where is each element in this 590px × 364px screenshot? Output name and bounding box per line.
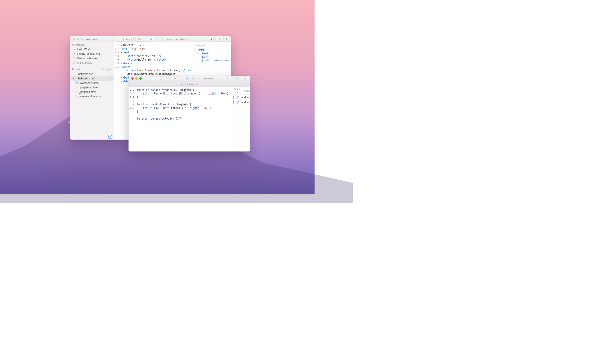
svg-point-31 — [161, 78, 161, 79]
zen-label[interactable]: zen — [190, 77, 197, 80]
sidebar-footer: ✶ — [70, 134, 114, 140]
wrench-toggle[interactable] — [243, 76, 248, 81]
file-row-selected[interactable]: ⸾ hello-zen.html ⇪ — [70, 76, 114, 81]
file-type-icon: ⸾ — [184, 83, 185, 85]
globe-button[interactable] — [148, 37, 154, 41]
jump-button[interactable]: ✶ — [108, 135, 112, 139]
target-button[interactable]: ▾ — [123, 37, 132, 41]
traffic-lights[interactable] — [131, 77, 142, 80]
file-icon: ⸾ — [76, 86, 77, 89]
line-gutter: 1 2 3 4 5 6 7 8 9 10 11 — [114, 42, 120, 140]
list-toggle[interactable] — [217, 37, 223, 41]
goto-arrow[interactable]: →| — [155, 38, 161, 41]
globe-icon[interactable] — [186, 77, 189, 80]
target-button[interactable]: ▾ — [158, 76, 166, 81]
minimize-dot-dim[interactable] — [77, 38, 79, 40]
wrench-icon — [244, 77, 247, 80]
file-name: _pagehead.html — [79, 86, 98, 89]
front-titlebar[interactable]: ▾ ▾ zen re-indent — [128, 76, 250, 81]
desktop: Welcome ▾ ▾ — [0, 0, 315, 194]
svg-point-18 — [150, 38, 152, 40]
symbol-row[interactable]: randomInteger — [232, 95, 250, 100]
svg-point-41 — [186, 78, 188, 79]
upload-icon: ⇪ — [109, 77, 111, 80]
close-dot-dim[interactable] — [73, 38, 75, 40]
symbol-row[interactable]: randomFloat — [232, 100, 250, 104]
navigator-title: Navigator — [195, 44, 205, 46]
filter-icon[interactable] — [72, 135, 75, 138]
folder-icon — [75, 82, 79, 84]
nav-tag-head[interactable]: head — [201, 52, 209, 55]
quick-filter-row[interactable]: Quick Filter random ✕ — [232, 87, 250, 95]
traffic-lights-dim[interactable] — [73, 38, 83, 40]
files-below-label: 5 files below — [77, 61, 92, 65]
svg-rect-25 — [74, 63, 75, 63]
filter-icon[interactable] — [226, 44, 229, 47]
history-icon[interactable] — [101, 68, 105, 71]
file-list: ⸾ delirious.css ⸾ hello-zen.html ⇪ wow.e… — [70, 72, 114, 134]
nav-tag-html[interactable]: html — [197, 48, 205, 51]
svg-line-39 — [174, 79, 174, 79]
editor-window-front[interactable]: ▾ ▾ zen re-indent — [128, 76, 250, 151]
workspace-header[interactable]: Workspace› — [70, 42, 114, 47]
file-row[interactable]: ⸾ _pagehead.html — [70, 85, 114, 90]
rocket-icon — [73, 52, 76, 55]
list-icon — [219, 38, 222, 41]
quick-filter-label: Quick Filter — [234, 88, 241, 93]
file-name: hello-zen.html — [78, 77, 95, 80]
workspace-item-label: Ready for Take-Off — [77, 52, 100, 55]
zoom-dot[interactable] — [139, 77, 142, 80]
file-icon: ⸾ — [76, 95, 77, 98]
scan-icon[interactable] — [106, 68, 110, 71]
close-dot[interactable] — [131, 77, 134, 80]
code-area[interactable]: function randomInteger(low, higher) { re… — [136, 87, 232, 151]
project-header-label: Project — [72, 68, 80, 71]
file-row[interactable]: ⸾ _pagetail.html — [70, 90, 114, 94]
hash-button[interactable] — [209, 37, 214, 41]
gear-button[interactable]: ▾ — [135, 37, 144, 41]
workspace-item[interactable]: Ready for Take-Off — [70, 52, 114, 56]
hash-button[interactable] — [225, 76, 230, 81]
filter-text: random — [247, 89, 250, 92]
reindent-menu[interactable]: re-indent — [174, 38, 188, 41]
target-icon — [160, 77, 163, 80]
list-toggle[interactable] — [235, 76, 241, 81]
play-icon — [73, 57, 76, 60]
wrench-toggle[interactable] — [224, 37, 229, 41]
tab-bar[interactable]: ● ⸾ delirious.js — [128, 81, 250, 87]
folder-row[interactable]: wow.esdynamo — [70, 81, 114, 85]
workspace-header-label: Workspace — [72, 44, 85, 46]
wand-button[interactable] — [116, 37, 122, 41]
file-icon: ⸾ — [75, 78, 77, 80]
workspace-item[interactable]: Delirious Airlines — [70, 56, 114, 61]
file-row[interactable]: ⸾ wow-override.scss — [70, 94, 114, 99]
tab-close-icon[interactable]: ● — [181, 83, 182, 85]
svg-point-32 — [174, 78, 175, 79]
function-icon — [236, 96, 239, 99]
minimize-dot[interactable] — [135, 77, 138, 80]
svg-line-16 — [138, 40, 138, 40]
nav-tag-div: div — [204, 59, 211, 62]
fold-pill[interactable]: … — [177, 117, 180, 120]
wand-icon — [118, 38, 121, 41]
svg-rect-28 — [107, 68, 109, 70]
file-icon: ⸾ — [75, 73, 77, 75]
zoom-dot-dim[interactable] — [81, 38, 83, 40]
sidebar: Workspace› Hello World Ready for Take-Of… — [70, 42, 114, 140]
project-header[interactable]: Project› ▾ — [70, 66, 114, 72]
reindent-menu[interactable]: re-indent — [202, 77, 216, 80]
files-below[interactable]: 5 files below — [70, 61, 114, 65]
svg-point-8 — [126, 39, 127, 40]
quick-filter-value[interactable]: random — [243, 89, 250, 92]
navigator-tree[interactable]: html head body div .made.with.zen — [193, 48, 231, 63]
wand-button[interactable] — [151, 76, 157, 81]
new-menu[interactable]: new — [164, 38, 173, 41]
gear-button[interactable]: ▾ — [172, 76, 180, 81]
workspace-item[interactable]: Hello World — [70, 47, 114, 52]
file-row[interactable]: ⸾ delirious.css — [70, 72, 114, 76]
nav-leaf[interactable]: div .made.with.zen — [194, 59, 230, 62]
stack-icon — [73, 61, 76, 65]
nav-tag-body[interactable]: body — [201, 55, 209, 58]
back-titlebar[interactable]: Welcome ▾ ▾ — [70, 36, 231, 42]
tab-title: delirious.js — [186, 83, 198, 85]
